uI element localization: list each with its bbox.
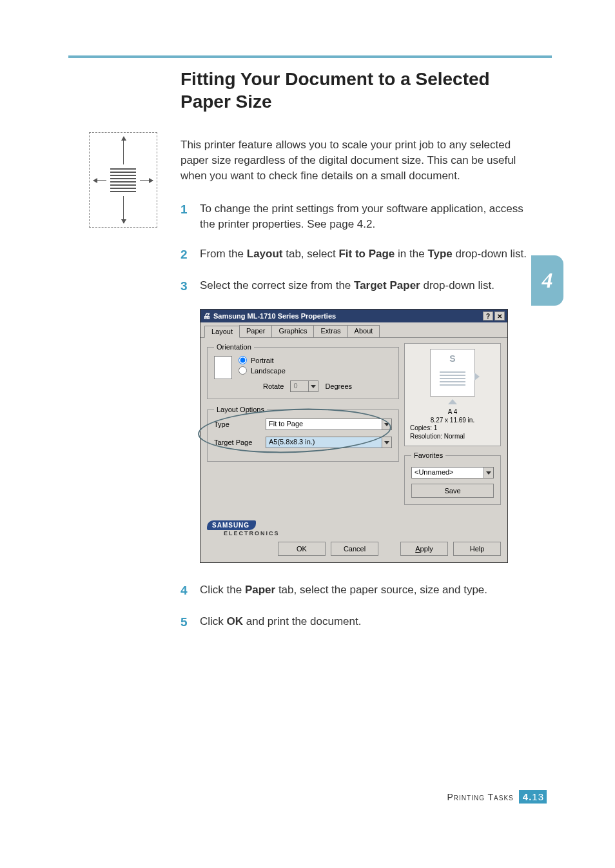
page-footer: Printing Tasks 4.13: [447, 790, 547, 804]
step-number: 4: [181, 582, 191, 600]
margin-illustration: [89, 132, 157, 228]
brand-badge: SAMSUNG: [207, 520, 256, 530]
preview-paper-name: A 4: [410, 408, 495, 417]
layout-options-group: Layout Options Type Fit to Page Target P…: [207, 406, 399, 462]
preview-caret-icon: [448, 399, 457, 404]
rotate-label: Rotate: [263, 382, 284, 390]
target-page-label: Target Page: [214, 439, 259, 446]
chevron-down-icon: [483, 468, 493, 478]
type-combo[interactable]: Fit to Page: [266, 419, 392, 430]
step-2: 2 From the Layout tab, select Fit to Pag…: [181, 246, 542, 264]
tab-extras[interactable]: Extras: [313, 325, 347, 337]
tab-paper[interactable]: Paper: [239, 325, 272, 337]
step-1: 1 To change the print settings from your…: [181, 201, 542, 232]
close-titlebar-button[interactable]: ✕: [494, 311, 505, 321]
step-4: 4 Click the Paper tab, select the paper …: [181, 582, 542, 600]
footer-section: Printing Tasks: [447, 792, 513, 802]
step-5: 5 Click OK and print the document.: [181, 614, 542, 631]
preview-resolution: Resolution: Normal: [410, 433, 495, 441]
step-3: 3 Select the correct size from the Targe…: [181, 278, 542, 295]
dialog-titlebar[interactable]: 🖨 Samsung ML-1710 Series Properties ? ✕: [200, 310, 507, 322]
landscape-radio[interactable]: Landscape: [239, 366, 352, 375]
orientation-group: Orientation Portrait Landscape Rotate 0: [207, 343, 399, 399]
rotate-combo[interactable]: 0: [290, 380, 318, 392]
cancel-button[interactable]: Cancel: [331, 542, 378, 556]
step-text: Click the Paper tab, select the paper so…: [200, 582, 542, 600]
intro-paragraph: This printer feature allows you to scale…: [181, 137, 542, 183]
orientation-thumbnail: [214, 356, 232, 379]
brand-subtext: ELECTRONICS: [207, 530, 501, 537]
step-number: 1: [181, 201, 191, 232]
tab-layout[interactable]: Layout: [204, 326, 240, 338]
tab-graphics[interactable]: Graphics: [271, 325, 314, 337]
dialog-title: Samsung ML-1710 Series Properties: [213, 312, 482, 320]
preview-page: S: [430, 349, 475, 397]
target-page-combo[interactable]: A5(5.8x8.3 in.): [266, 437, 392, 448]
tabs-row: Layout Paper Graphics Extras About: [200, 322, 507, 338]
preview-copies: Copies: 1: [410, 424, 495, 433]
chevron-down-icon: [382, 419, 391, 429]
help-titlebar-button[interactable]: ?: [483, 311, 493, 321]
preview-paper-dim: 8.27 x 11.69 in.: [410, 417, 495, 425]
step-number: 5: [181, 614, 191, 631]
footer-page-box: 4.13: [519, 790, 547, 804]
apply-button[interactable]: Apply: [400, 542, 448, 556]
printer-icon: 🖨: [203, 311, 211, 321]
portrait-radio[interactable]: Portrait: [239, 356, 352, 364]
properties-dialog: 🖨 Samsung ML-1710 Series Properties ? ✕ …: [200, 309, 508, 563]
step-text: To change the print settings from your s…: [200, 201, 542, 232]
ok-button[interactable]: OK: [278, 542, 326, 556]
help-button[interactable]: Help: [453, 542, 501, 556]
favorites-combo[interactable]: <Unnamed>: [411, 467, 494, 478]
step-text: Select the correct size from the Target …: [200, 278, 542, 295]
favorites-legend: Favorites: [411, 451, 445, 459]
header-rule: [68, 55, 552, 58]
preview-panel: S A 4 8.27 x 11.69 in. Copies: 1 Resolut…: [404, 343, 501, 446]
layout-options-legend: Layout Options: [214, 406, 267, 413]
brand-area: SAMSUNG ELECTRONICS: [200, 518, 507, 537]
preview-handle-icon: [474, 373, 480, 380]
favorites-group: Favorites <Unnamed> Save: [404, 451, 501, 505]
tab-about[interactable]: About: [347, 325, 380, 337]
step-number: 2: [181, 246, 191, 264]
step-text: Click OK and print the document.: [200, 614, 542, 631]
step-text: From the Layout tab, select Fit to Page …: [200, 246, 542, 264]
type-label: Type: [214, 420, 259, 428]
orientation-legend: Orientation: [214, 343, 254, 351]
step-number: 3: [181, 278, 191, 295]
save-favorite-button[interactable]: Save: [411, 484, 494, 498]
chevron-down-icon: [382, 437, 391, 448]
page-title: Fitting Your Document to a Selected Pape…: [181, 68, 542, 113]
rotate-unit: Degrees: [325, 382, 352, 390]
